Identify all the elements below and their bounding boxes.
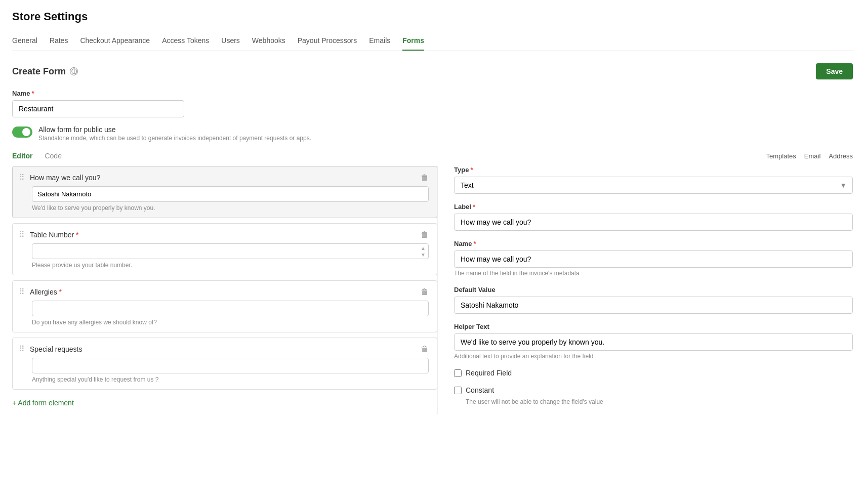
helper-text-input[interactable] [454, 333, 853, 351]
helper-text-label: Helper Text [454, 323, 853, 330]
name-required-star: * [31, 90, 34, 97]
default-value-section: Default Value [454, 286, 853, 314]
field-1-body: We'd like to serve you properly by known… [13, 184, 437, 218]
constant-desc: The user will not be able to change the … [466, 398, 853, 405]
name-field-required-star: * [473, 240, 476, 247]
field-2-hint: Please provide us your table number. [32, 262, 429, 269]
field-3-hint: Do you have any allergies we should know… [32, 319, 429, 326]
create-form-heading: Create Form ⓘ [12, 66, 78, 77]
label-section: Label * [454, 203, 853, 231]
nav-tabs: General Rates Checkout Appearance Access… [12, 31, 853, 51]
field-3-input[interactable] [32, 301, 429, 316]
tab-payout[interactable]: Payout Processors [298, 31, 357, 51]
label-required-star: * [473, 203, 475, 211]
editor-bar: Editor Code Templates Email Address [12, 152, 853, 160]
field-1-hint: We'd like to serve you properly by known… [32, 204, 429, 212]
info-icon[interactable]: ⓘ [70, 67, 78, 75]
toggle-section: Allow form for public use Standalone mod… [12, 125, 853, 142]
field-2-input[interactable] [32, 243, 429, 259]
tab-users[interactable]: Users [221, 31, 240, 51]
form-builder: ⠿ How may we call you? 🗑 We'd like to se… [12, 166, 437, 414]
address-link[interactable]: Address [829, 152, 853, 160]
constant-checkbox-label[interactable]: Constant [466, 386, 494, 394]
field-1-input[interactable] [32, 186, 429, 202]
constant-checkbox[interactable] [454, 387, 462, 394]
tab-general[interactable]: General [12, 31, 37, 51]
name-field-input[interactable] [454, 250, 853, 268]
field-4-input[interactable] [32, 358, 429, 373]
label-input[interactable] [454, 214, 853, 231]
name-field-label: Name * [454, 240, 853, 247]
delete-field-1[interactable]: 🗑 [421, 173, 429, 182]
field-2-label: Table Number * [30, 231, 421, 239]
label-label: Label * [454, 203, 853, 211]
form-name-input[interactable] [12, 100, 184, 117]
required-field-section: Required Field [454, 369, 853, 377]
field-row-2: ⠿ Table Number * 🗑 ▲ ▼ Pl [12, 223, 437, 275]
field-row-3-header: ⠿ Allergies * 🗑 [13, 281, 437, 299]
tab-emails[interactable]: Emails [369, 31, 390, 51]
name-section: Name * [12, 90, 853, 117]
field-2-required-star: * [76, 231, 78, 239]
drag-handle-4[interactable]: ⠿ [19, 344, 25, 354]
field-3-body: Do you have any allergies we should know… [13, 299, 437, 332]
default-value-input[interactable] [454, 297, 853, 314]
page-title: Store Settings [12, 10, 853, 23]
field-1-label: How may we call you? [30, 174, 421, 182]
editor-tabs: Editor Code [12, 152, 62, 160]
save-button[interactable]: Save [816, 63, 853, 79]
toggle-label: Allow form for public use [38, 125, 311, 134]
field-4-body: Anything special you'd like to request f… [13, 356, 437, 389]
tab-access-tokens[interactable]: Access Tokens [162, 31, 209, 51]
create-form-title-text: Create Form [12, 66, 66, 77]
field-row-2-header: ⠿ Table Number * 🗑 [13, 224, 437, 241]
delete-field-2[interactable]: 🗑 [421, 230, 429, 239]
spinner-up[interactable]: ▲ [420, 245, 427, 251]
name-field-hint: The name of the field in the invoice's m… [454, 270, 853, 277]
constant-section: Constant The user will not be able to ch… [454, 386, 853, 405]
delete-field-3[interactable]: 🗑 [421, 287, 429, 297]
type-required-star: * [470, 166, 473, 174]
field-row-1-header: ⠿ How may we call you? 🗑 [13, 166, 437, 184]
tab-rates[interactable]: Rates [50, 31, 68, 51]
tab-code[interactable]: Code [45, 152, 61, 160]
public-use-toggle[interactable] [12, 127, 32, 138]
tab-editor[interactable]: Editor [12, 152, 32, 160]
tab-forms[interactable]: Forms [402, 31, 424, 51]
top-bar: Create Form ⓘ Save [12, 63, 853, 79]
tab-webhooks[interactable]: Webhooks [252, 31, 285, 51]
field-3-required-star: * [59, 288, 62, 296]
field-row-4: ⠿ Special requests 🗑 Anything special yo… [12, 338, 437, 390]
email-link[interactable]: Email [804, 152, 821, 160]
drag-handle-3[interactable]: ⠿ [19, 287, 25, 297]
drag-handle-1[interactable]: ⠿ [19, 173, 25, 182]
spinner-down[interactable]: ▼ [420, 251, 427, 258]
required-checkbox[interactable] [454, 369, 462, 377]
type-select[interactable]: Text Number Checkbox Select [454, 177, 853, 194]
required-checkbox-row: Required Field [454, 369, 853, 377]
helper-text-hint: Additional text to provide an explanatio… [454, 353, 853, 360]
right-panel: Type * Text Number Checkbox Select ▼ Lab… [437, 166, 853, 414]
main-content: ⠿ How may we call you? 🗑 We'd like to se… [12, 166, 853, 414]
add-form-element[interactable]: + Add form element [12, 395, 74, 411]
tab-checkout[interactable]: Checkout Appearance [80, 31, 150, 51]
field-row-4-header: ⠿ Special requests 🗑 [13, 338, 437, 356]
toggle-desc: Standalone mode, which can be used to ge… [38, 135, 311, 142]
required-checkbox-label[interactable]: Required Field [466, 369, 512, 377]
field-2-body: ▲ ▼ Please provide us your table number. [13, 241, 437, 275]
field-row-3: ⠿ Allergies * 🗑 Do you have any allergie… [12, 280, 437, 332]
field-3-label: Allergies * [30, 288, 421, 296]
default-value-label: Default Value [454, 286, 853, 293]
type-section: Type * Text Number Checkbox Select ▼ [454, 166, 853, 194]
number-spinners: ▲ ▼ [420, 245, 427, 258]
templates-link[interactable]: Templates [766, 152, 796, 160]
name-label: Name * [12, 90, 853, 97]
field-row-1: ⠿ How may we call you? 🗑 We'd like to se… [12, 166, 437, 218]
number-input-wrapper: ▲ ▼ [32, 243, 429, 259]
delete-field-4[interactable]: 🗑 [421, 345, 429, 354]
helper-text-section: Helper Text Additional text to provide a… [454, 323, 853, 360]
name-field-section: Name * The name of the field in the invo… [454, 240, 853, 277]
type-label: Type * [454, 166, 853, 174]
constant-checkbox-row: Constant [454, 386, 853, 394]
drag-handle-2[interactable]: ⠿ [19, 230, 25, 239]
